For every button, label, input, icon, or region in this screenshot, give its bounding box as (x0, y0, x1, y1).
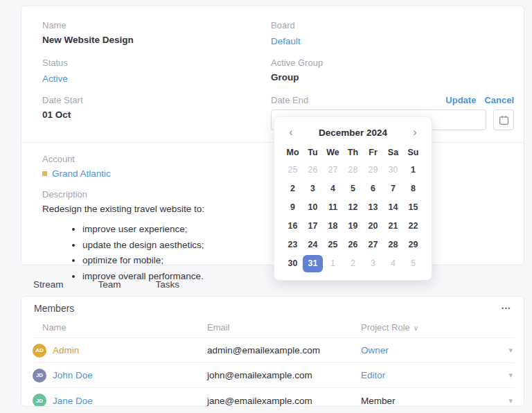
calendar-day[interactable]: 1 (403, 161, 423, 179)
calendar-day[interactable]: 29 (363, 161, 383, 179)
calendar-day[interactable]: 21 (383, 218, 403, 235)
calendar-day[interactable]: 27 (323, 161, 343, 179)
column-header-email: Email (207, 322, 361, 333)
members-title: Members (34, 303, 74, 314)
calendar-day[interactable]: 27 (363, 236, 383, 254)
member-role-dropdown[interactable]: Editor (361, 370, 497, 380)
page: { "theme": { "bg": "#f7f7fa", "card_bord… (0, 0, 532, 413)
calendar-month-title: December 2024 (299, 128, 407, 138)
date-start-label: Date Start (42, 95, 271, 105)
date-end-label: Date End (271, 95, 308, 105)
account-value-link[interactable]: Grand Atlantic (52, 168, 111, 179)
calendar-day[interactable]: 11 (323, 199, 343, 216)
avatar: AD (33, 344, 46, 358)
calendar-weekday-row: MoTuWeThFrSaSu (283, 144, 423, 161)
project-details-card: Name New Website Design Board Default St… (21, 6, 524, 265)
calendar-day[interactable]: 18 (323, 218, 343, 235)
member-name-link[interactable]: Admin (53, 345, 79, 355)
calendar-day[interactable]: 10 (303, 199, 323, 216)
calendar-day[interactable]: 4 (323, 180, 343, 197)
calendar-day[interactable]: 5 (343, 180, 363, 197)
board-label: Board (271, 20, 514, 30)
calendar-day[interactable]: 14 (383, 199, 403, 216)
calendar-day[interactable]: 25 (323, 236, 343, 254)
name-value: New Website Design (42, 35, 271, 45)
name-label: Name (42, 20, 271, 30)
status-label: Status (42, 58, 271, 68)
calendar-day[interactable]: 24 (303, 236, 323, 254)
calendar-day[interactable]: 3 (303, 180, 323, 197)
chevron-down-icon[interactable]: ▾ (497, 346, 514, 355)
calendar-day[interactable]: 28 (383, 236, 403, 254)
calendar-icon (499, 115, 509, 125)
update-button[interactable]: Update (445, 95, 476, 105)
member-name-link[interactable]: Jane Doe (53, 396, 93, 406)
calendar-day[interactable]: 1 (323, 255, 343, 272)
calendar-day[interactable]: 17 (303, 218, 323, 235)
date-start-value: 01 Oct (42, 109, 271, 120)
chevron-down-icon[interactable]: ▾ (497, 396, 514, 405)
tab-tasks[interactable]: Tasks (143, 273, 193, 298)
column-header-name: Name (33, 322, 207, 333)
calendar-toggle-button[interactable] (493, 109, 514, 130)
status-value-link[interactable]: Active (42, 73, 68, 84)
weekday-label: Th (343, 144, 363, 161)
calendar-day[interactable]: 9 (283, 199, 303, 216)
calendar-day[interactable]: 22 (403, 218, 423, 235)
calendar-day-selected[interactable]: 31 (303, 255, 323, 272)
calendar-day[interactable]: 3 (363, 255, 383, 272)
calendar-day[interactable]: 25 (283, 161, 303, 179)
calendar-day[interactable]: 5 (403, 255, 423, 272)
calendar-day[interactable]: 20 (363, 218, 383, 235)
member-role-dropdown[interactable]: Owner (361, 345, 497, 355)
calendar-day[interactable]: 28 (343, 161, 363, 179)
calendar-prev-icon[interactable]: ‹ (283, 124, 299, 141)
calendar-day[interactable]: 2 (283, 180, 303, 197)
board-value-link[interactable]: Default (271, 36, 301, 46)
calendar-day[interactable]: 6 (363, 180, 383, 197)
calendar-day[interactable]: 4 (383, 255, 403, 272)
calendar-day[interactable]: 12 (343, 199, 363, 216)
calendar-day[interactable]: 26 (303, 161, 323, 179)
member-email: john@emailexample.com (207, 370, 361, 380)
member-role-dropdown[interactable]: Member (361, 396, 497, 406)
calendar-day[interactable]: 26 (343, 236, 363, 254)
chevron-down-icon[interactable]: ▾ (497, 371, 514, 380)
member-name-link[interactable]: John Doe (53, 370, 93, 380)
calendar-day[interactable]: 23 (283, 236, 303, 254)
calendar-day[interactable]: 29 (403, 236, 423, 254)
weekday-label: Mo (283, 144, 303, 161)
field-status: Status Active (42, 58, 271, 85)
calendar-day[interactable]: 2 (343, 255, 363, 272)
calendar-day[interactable]: 15 (403, 199, 423, 216)
calendar-next-icon[interactable]: › (407, 124, 423, 141)
members-menu-icon[interactable]: ••• (500, 304, 513, 313)
member-email: admin@emailexample.com (207, 345, 361, 355)
field-board: Board Default (271, 20, 514, 47)
calendar-day[interactable]: 16 (283, 218, 303, 235)
calendar-day[interactable]: 19 (343, 218, 363, 235)
calendar-day[interactable]: 13 (363, 199, 383, 216)
weekday-label: Su (403, 144, 423, 161)
member-email: jane@emailexample.com (207, 396, 361, 406)
cancel-button[interactable]: Cancel (484, 95, 514, 105)
calendar-day[interactable]: 8 (403, 180, 423, 197)
account-color-square (42, 171, 47, 176)
field-name: Name New Website Design (42, 20, 271, 47)
weekday-label: We (323, 144, 343, 161)
calendar-day[interactable]: 30 (383, 161, 403, 179)
calendar-day-grid: 2526272829301234567891011121314151617181… (283, 161, 423, 273)
tabs-bar: StreamTeamTasks (21, 273, 192, 298)
weekday-label: Fr (363, 144, 383, 161)
members-card: Members ••• Name Email Project Role∨ ADA… (21, 296, 524, 407)
calendar-day[interactable]: 30 (283, 255, 303, 272)
table-row: ADAdminadmin@emailexample.comOwner▾ (33, 338, 514, 363)
active-group-label: Active Group (271, 58, 514, 68)
weekday-label: Tu (303, 144, 323, 161)
field-active-group: Active Group Group (271, 58, 514, 85)
calendar-day[interactable]: 7 (383, 180, 403, 197)
column-header-project-role[interactable]: Project Role∨ (361, 322, 497, 333)
date-picker-popup: ‹ December 2024 › MoTuWeThFrSaSu 2526272… (274, 116, 432, 281)
tab-stream[interactable]: Stream (21, 273, 76, 298)
tab-team[interactable]: Team (86, 273, 134, 298)
